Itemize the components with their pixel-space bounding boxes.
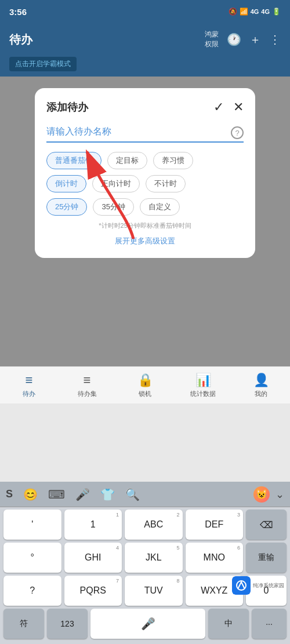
kb-key-space[interactable]: 🎤 xyxy=(90,609,205,639)
kb-hide-icon[interactable]: ⌄ xyxy=(276,488,284,501)
kb-key-def[interactable]: 3 DEF xyxy=(186,510,244,540)
kb-face-button[interactable]: 😺 xyxy=(253,486,270,503)
kb-search-icon[interactable]: 🔍 xyxy=(125,487,140,501)
tag-row-3: 25分钟 35分钟 自定义 xyxy=(46,198,244,216)
kb-sogou-icon[interactable]: S xyxy=(6,488,13,500)
tag-countdown[interactable]: 倒计时 xyxy=(46,175,86,192)
time-note: *计时时25分钟即标准番茄钟时间 xyxy=(46,221,244,230)
signal2-icon: 4G xyxy=(261,8,270,15)
kb-shirt-icon[interactable]: 👕 xyxy=(100,487,115,501)
watermark-logo xyxy=(232,576,251,595)
mine-nav-icon: 👤 xyxy=(253,373,269,388)
add-todo-dialog: 添加待办 ✓ ✕ ? 普通番茄钟 定目标 养习惯 倒计时 xyxy=(35,88,255,258)
kb-key-reenter[interactable]: 重输 xyxy=(246,543,287,573)
input-wrapper: ? xyxy=(46,124,244,143)
dialog-overlay: 添加待办 ✓ ✕ ? 普通番茄钟 定目标 养习惯 倒计时 xyxy=(0,77,290,366)
kb-key-ghi[interactable]: 4 GHI xyxy=(64,543,122,573)
kb-key-apostrophe[interactable]: ' xyxy=(3,510,61,540)
nav-item-lock[interactable]: 🔒 锁机 xyxy=(116,373,174,398)
kb-keyboard-icon[interactable]: ⌨ xyxy=(48,487,65,501)
tag-row-2: 倒计时 正向计时 不计时 xyxy=(46,175,244,192)
main-content: 添加待办 ✓ ✕ ? 普通番茄钟 定目标 养习惯 倒计时 xyxy=(0,77,290,366)
watermark-label: 纯净系统家园 xyxy=(253,582,284,590)
kb-row-1: ' 1 1 2 ABC 3 DEF ⌫ xyxy=(3,510,287,540)
header-right: 鸿蒙 权限 🕐 ＋ ⋮ xyxy=(205,30,281,49)
mute-icon: 🔕 xyxy=(229,8,237,16)
battery-icon: 🔋 xyxy=(272,8,281,16)
kb-toolbar-right: 😺 ⌄ xyxy=(253,486,284,503)
dialog-title: 添加待办 xyxy=(46,100,88,114)
todo-nav-label: 待办 xyxy=(23,390,35,398)
nav-item-todo-set[interactable]: ≡ 待办集 xyxy=(58,373,116,398)
tag-set-goal[interactable]: 定目标 xyxy=(107,152,147,169)
tag-normal-pomodoro[interactable]: 普通番茄钟 xyxy=(46,152,102,169)
todo-name-input[interactable] xyxy=(46,124,244,143)
wifi-icon: 📶 xyxy=(240,8,248,16)
tag-forward-count[interactable]: 正向计时 xyxy=(92,175,140,192)
kb-key-num123[interactable]: 123 xyxy=(47,609,88,639)
kb-row-2: ° 4 GHI 5 JKL 6 MNO 重输 xyxy=(3,543,287,573)
dialog-actions: ✓ ✕ xyxy=(213,100,244,115)
app-header: 待办 鸿蒙 权限 🕐 ＋ ⋮ xyxy=(0,23,290,56)
kb-key-abc[interactable]: 2 ABC xyxy=(125,510,183,540)
kb-row-4: 符 123 🎤 中 ··· xyxy=(3,609,287,639)
kb-key-mno[interactable]: 6 MNO xyxy=(186,543,244,573)
todoset-nav-label: 待办集 xyxy=(78,390,97,398)
keyboard-toolbar: S 😊 ⌨ 🎤 👕 🔍 😺 ⌄ xyxy=(0,482,290,507)
kb-key-question[interactable]: ? xyxy=(3,576,61,606)
app-title: 待办 xyxy=(9,32,32,48)
tag-no-count[interactable]: 不计时 xyxy=(146,175,186,192)
kb-key-jkl[interactable]: 5 JKL xyxy=(125,543,183,573)
status-bar: 3:56 🔕 📶 4G 4G 🔋 xyxy=(0,0,290,23)
svg-rect-1 xyxy=(232,576,251,595)
tag-custom[interactable]: 自定义 xyxy=(140,198,180,216)
todo-nav-icon: ≡ xyxy=(26,373,33,388)
kb-key-more[interactable]: ··· xyxy=(252,609,287,639)
nav-item-stats[interactable]: 📊 统计数据 xyxy=(174,373,232,398)
honmeng-permission[interactable]: 鸿蒙 权限 xyxy=(205,30,219,49)
lock-nav-icon: 🔒 xyxy=(137,373,153,388)
stats-nav-icon: 📊 xyxy=(195,373,211,388)
mine-nav-label: 我的 xyxy=(255,390,267,398)
kb-emoji-icon[interactable]: 😊 xyxy=(23,487,38,501)
kb-mic-icon[interactable]: 🎤 xyxy=(75,487,90,501)
tag-35min[interactable]: 35分钟 xyxy=(93,198,133,216)
close-button[interactable]: ✕ xyxy=(233,100,244,115)
nav-item-mine[interactable]: 👤 我的 xyxy=(232,373,290,398)
learning-mode-button[interactable]: 点击开启学霸模式 xyxy=(9,57,77,71)
signal1-icon: 4G xyxy=(251,8,259,15)
sub-header: 点击开启学霸模式 xyxy=(0,56,290,77)
todoset-nav-icon: ≡ xyxy=(84,373,91,388)
tag-row-1: 普通番茄钟 定目标 养习惯 xyxy=(46,152,244,169)
tag-habit[interactable]: 养习惯 xyxy=(153,152,193,169)
clock-icon[interactable]: 🕐 xyxy=(227,32,241,46)
dialog-header: 添加待办 ✓ ✕ xyxy=(46,100,244,115)
add-icon[interactable]: ＋ xyxy=(249,32,261,48)
kb-key-pqrs[interactable]: 7 PQRS xyxy=(64,576,122,606)
kb-key-delete[interactable]: ⌫ xyxy=(246,510,287,540)
keyboard-rows: ' 1 1 2 ABC 3 DEF ⌫ ° 4 xyxy=(0,507,290,644)
lock-nav-label: 锁机 xyxy=(139,390,151,398)
status-time: 3:56 xyxy=(9,7,27,17)
kb-key-punct[interactable]: 符 xyxy=(3,609,44,639)
kb-key-tuv[interactable]: 8 TUV xyxy=(125,576,183,606)
keyboard-area: S 😊 ⌨ 🎤 👕 🔍 😺 ⌄ ' 1 1 2 ABC xyxy=(0,482,290,644)
nav-item-todo[interactable]: ≡ 待办 xyxy=(0,373,58,398)
tag-25min[interactable]: 25分钟 xyxy=(46,198,87,216)
more-icon[interactable]: ⋮ xyxy=(269,32,281,46)
watermark: 纯净系统家园 xyxy=(232,576,284,595)
expand-settings-link[interactable]: 展开更多高级设置 xyxy=(46,236,244,246)
kb-key-degree[interactable]: ° xyxy=(3,543,61,573)
bottom-nav: ≡ 待办 ≡ 待办集 🔒 锁机 📊 统计数据 👤 我的 xyxy=(0,366,290,403)
status-icons: 🔕 📶 4G 4G 🔋 xyxy=(229,8,281,16)
help-icon[interactable]: ? xyxy=(231,126,244,139)
stats-nav-label: 统计数据 xyxy=(190,390,216,398)
kb-key-lang[interactable]: 中 xyxy=(208,609,249,639)
kb-toolbar-left: S 😊 ⌨ 🎤 👕 🔍 xyxy=(6,487,140,501)
confirm-button[interactable]: ✓ xyxy=(213,100,224,115)
kb-key-1[interactable]: 1 1 xyxy=(64,510,122,540)
